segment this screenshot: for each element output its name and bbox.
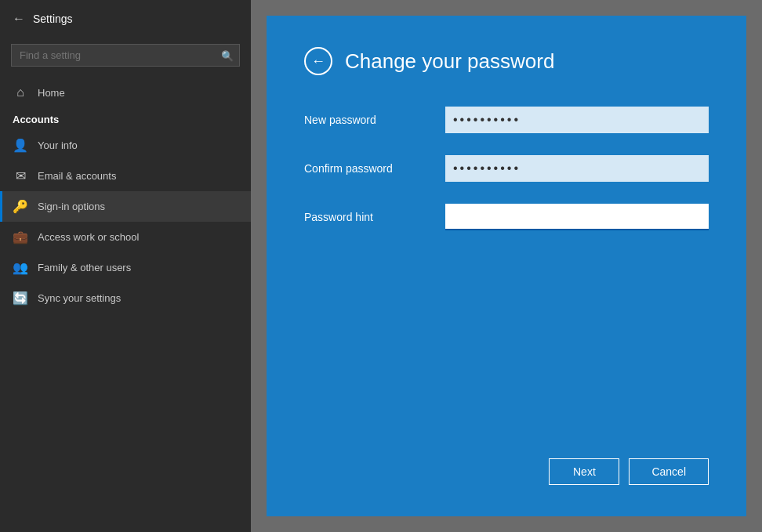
home-icon: ⌂ (13, 85, 28, 100)
new-password-input[interactable] (445, 107, 709, 133)
sidebar-item-sync-label: Sync your settings (38, 292, 121, 304)
change-password-dialog: ← Change your password New password Conf… (267, 16, 746, 516)
new-password-row: New password (304, 107, 709, 133)
back-arrow-icon[interactable]: ← (13, 12, 25, 26)
next-button[interactable]: Next (549, 458, 619, 485)
confirm-password-label: Confirm password (304, 162, 445, 175)
dialog-title: Change your password (345, 49, 554, 74)
sidebar-item-email-accounts-label: Email & accounts (38, 170, 116, 182)
sidebar-title: Settings (33, 13, 73, 25)
sidebar-header: ← Settings (0, 0, 251, 38)
password-hint-input[interactable] (445, 204, 709, 230)
cancel-button[interactable]: Cancel (629, 458, 709, 485)
sidebar-item-sync-settings[interactable]: 🔄 Sync your settings (0, 283, 251, 313)
sign-in-icon: 🔑 (13, 199, 28, 214)
dialog-header: ← Change your password (304, 47, 709, 75)
sidebar: ← Settings 🔍 ⌂ Home Accounts 👤 Your info… (0, 0, 251, 532)
sidebar-item-family-label: Family & other users (38, 262, 131, 273)
sidebar-item-your-info[interactable]: 👤 Your info (0, 130, 251, 161)
your-info-icon: 👤 (13, 138, 28, 153)
sync-icon: 🔄 (13, 291, 28, 306)
main-content: ← Change your password New password Conf… (251, 0, 762, 532)
sidebar-item-sign-in-options[interactable]: 🔑 Sign-in options (0, 191, 251, 222)
dialog-back-button[interactable]: ← (304, 47, 332, 75)
new-password-label: New password (304, 114, 445, 126)
sidebar-item-access-work-label: Access work or school (38, 231, 139, 243)
confirm-password-row: Confirm password (304, 155, 709, 182)
dialog-footer: Next Cancel (304, 443, 709, 485)
search-box-container: 🔍 (11, 44, 240, 67)
work-icon: 💼 (13, 230, 28, 244)
confirm-password-input[interactable] (445, 155, 709, 182)
section-accounts-label: Accounts (0, 107, 251, 130)
search-input[interactable] (11, 44, 240, 67)
email-icon: ✉ (13, 168, 28, 183)
sidebar-item-email-accounts[interactable]: ✉ Email & accounts (0, 161, 251, 191)
password-hint-row: Password hint (304, 204, 709, 230)
password-hint-label: Password hint (304, 211, 445, 223)
sidebar-item-access-work-school[interactable]: 💼 Access work or school (0, 222, 251, 252)
sidebar-item-family-users[interactable]: 👥 Family & other users (0, 252, 251, 283)
sidebar-item-home-label: Home (38, 87, 65, 99)
family-icon: 👥 (13, 260, 28, 275)
sidebar-item-sign-in-label: Sign-in options (38, 201, 105, 212)
search-icon: 🔍 (221, 49, 234, 61)
sidebar-item-home[interactable]: ⌂ Home (0, 78, 251, 107)
sidebar-item-your-info-label: Your info (38, 139, 78, 151)
